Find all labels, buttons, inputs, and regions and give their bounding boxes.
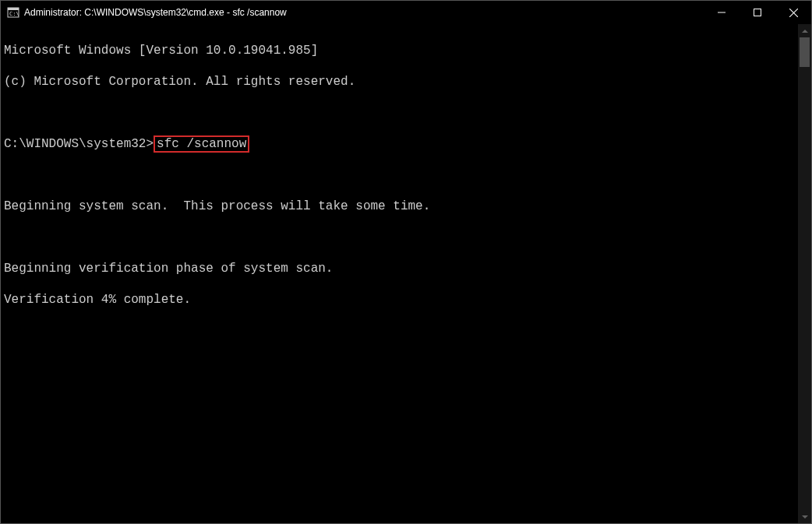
output-blank (4, 230, 798, 245)
scroll-track[interactable] (798, 37, 811, 510)
scroll-down-arrow[interactable] (798, 510, 811, 523)
output-blank (4, 105, 798, 121)
prompt-path: C:\WINDOWS\system32> (4, 137, 154, 151)
window-controls (704, 1, 811, 24)
output-line: Microsoft Windows [Version 10.0.19041.98… (4, 43, 798, 58)
terminal-output[interactable]: Microsoft Windows [Version 10.0.19041.98… (1, 24, 798, 523)
svg-marker-8 (802, 515, 808, 519)
output-line: Beginning verification phase of system s… (4, 261, 798, 276)
output-line: Beginning system scan. This process will… (4, 199, 798, 214)
window-title: Administrator: C:\WINDOWS\system32\cmd.e… (24, 7, 287, 18)
svg-rect-4 (754, 9, 761, 16)
output-line: (c) Microsoft Corporation. All rights re… (4, 74, 798, 90)
command-highlight: sfc /scannow (154, 135, 249, 153)
titlebar[interactable]: C:\ Administrator: C:\WINDOWS\system32\c… (1, 1, 811, 24)
vertical-scrollbar[interactable] (798, 24, 811, 523)
output-line: Verification 4% complete. (4, 292, 798, 308)
content-area: Microsoft Windows [Version 10.0.19041.98… (1, 24, 811, 523)
svg-rect-1 (8, 8, 19, 10)
scroll-up-arrow[interactable] (798, 24, 811, 37)
svg-text:C:\: C:\ (9, 11, 19, 17)
prompt-line: C:\WINDOWS\system32>sfc /scannow (4, 136, 798, 152)
svg-marker-7 (802, 30, 808, 33)
close-button[interactable] (775, 1, 811, 24)
maximize-button[interactable] (740, 1, 775, 24)
cmd-window: C:\ Administrator: C:\WINDOWS\system32\c… (0, 0, 812, 524)
scroll-thumb[interactable] (800, 37, 810, 67)
output-blank (4, 167, 798, 183)
cmd-icon: C:\ (7, 6, 19, 19)
minimize-button[interactable] (704, 1, 740, 24)
